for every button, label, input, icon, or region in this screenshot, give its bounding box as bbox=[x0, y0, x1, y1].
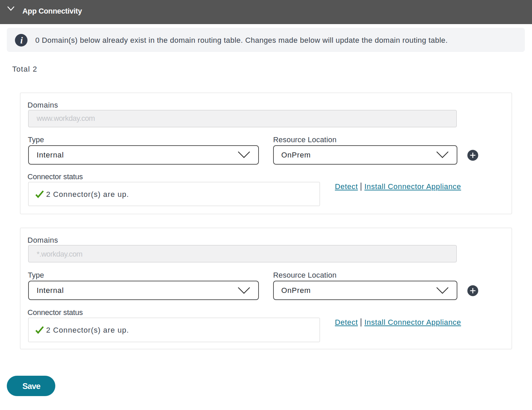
svg-text:i: i bbox=[20, 35, 23, 45]
